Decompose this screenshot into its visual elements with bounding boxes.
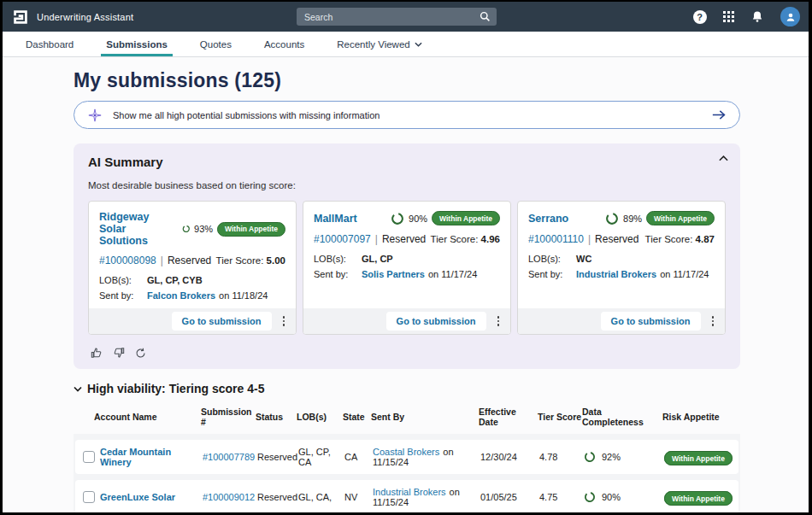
column-header: Status bbox=[256, 412, 297, 422]
screenshot-frame: Underwriting Assistant ? bbox=[0, 0, 812, 515]
search-input[interactable] bbox=[297, 12, 480, 22]
column-header: Submission # bbox=[201, 407, 256, 427]
broker-link[interactable]: Industrial Brokers bbox=[373, 487, 446, 497]
account-link[interactable]: GreenLuxe Solar bbox=[100, 492, 175, 502]
completeness-percent: 92% bbox=[602, 452, 621, 462]
tab-accounts[interactable]: Accounts bbox=[264, 32, 304, 56]
risk-appetite-badge: Within Appetite bbox=[432, 211, 500, 225]
lob-value: GL, CP bbox=[362, 254, 393, 264]
tier-score-value: 4.96 bbox=[481, 234, 500, 244]
search-icon[interactable] bbox=[480, 11, 491, 22]
completeness-ring-icon bbox=[583, 450, 597, 465]
kebab-menu-icon[interactable] bbox=[279, 314, 289, 328]
completeness-percent: 90% bbox=[409, 214, 427, 224]
lob-label: LOB(s): bbox=[314, 254, 362, 264]
app-launcher-grid-icon[interactable] bbox=[723, 11, 735, 23]
effective-date: 12/30/24 bbox=[480, 452, 539, 462]
go-to-submission-button[interactable]: Go to submission bbox=[601, 312, 701, 331]
submission-number-link[interactable]: #100001110 bbox=[528, 233, 584, 245]
sent-date: on 11/17/24 bbox=[428, 269, 477, 279]
lob-label: LOB(s): bbox=[99, 275, 147, 285]
ai-prompt-bar[interactable]: Show me all high potential submissions w… bbox=[74, 101, 740, 129]
column-header: Account Name bbox=[81, 412, 201, 422]
guidewire-logo-icon bbox=[11, 8, 30, 26]
completeness-ring-icon bbox=[583, 490, 597, 505]
person-icon bbox=[785, 11, 797, 23]
broker-link[interactable]: Solis Partners bbox=[362, 269, 425, 279]
submission-number-link[interactable]: #100007789 bbox=[203, 452, 257, 462]
account-link[interactable]: Ridgeway Solar Solutions bbox=[99, 211, 178, 247]
lob-value: GL, CP, CA bbox=[298, 447, 344, 467]
submission-number-link[interactable]: #100009012 bbox=[203, 492, 257, 502]
lob-value: GL, CP, CYB bbox=[147, 275, 203, 285]
app-title: Underwriting Assistant bbox=[37, 12, 133, 22]
completeness-ring-icon bbox=[178, 224, 193, 235]
sent-by-label: Sent by: bbox=[314, 269, 362, 279]
submission-number-link[interactable]: #100008098 bbox=[99, 255, 156, 266]
risk-appetite-badge: Within Appetite bbox=[646, 211, 715, 225]
go-to-submission-button[interactable]: Go to submission bbox=[172, 312, 272, 331]
submission-card: MallMart 90% Within Appetite #100007097 … bbox=[303, 201, 511, 335]
submission-card: Ridgeway Solar Solutions 93% Within Appe… bbox=[88, 201, 297, 335]
effective-date: 01/05/25 bbox=[480, 492, 539, 502]
kebab-menu-icon[interactable] bbox=[494, 314, 503, 328]
account-link[interactable]: MallMart bbox=[314, 213, 357, 225]
table-section-heading[interactable]: High viability: Tiering score 4-5 bbox=[74, 382, 740, 395]
status-text: Reserved bbox=[257, 452, 298, 462]
column-header: Sent By bbox=[371, 412, 479, 422]
completeness-ring-icon bbox=[390, 210, 406, 226]
collapse-chevron-up-icon[interactable] bbox=[719, 155, 728, 161]
top-navbar: Underwriting Assistant ? bbox=[3, 2, 809, 32]
tab-submissions[interactable]: Submissions bbox=[106, 32, 168, 56]
broker-link[interactable]: Coastal Brokers bbox=[373, 447, 439, 457]
table-body: Cedar Mountain Winery #100007789 Reserve… bbox=[74, 434, 740, 512]
sparkle-icon bbox=[87, 108, 103, 123]
table-row[interactable]: Cedar Mountain Winery #100007789 Reserve… bbox=[75, 440, 738, 474]
refresh-icon[interactable] bbox=[135, 348, 146, 359]
kebab-menu-icon[interactable] bbox=[709, 314, 718, 328]
state-value: NV bbox=[344, 492, 373, 502]
column-header: Risk Appetite bbox=[662, 412, 740, 422]
status-text: Reserved bbox=[168, 255, 211, 266]
completeness-ring-icon bbox=[604, 210, 621, 226]
account-link[interactable]: Serrano bbox=[528, 213, 568, 225]
broker-link[interactable]: Falcon Brokers bbox=[147, 290, 215, 301]
status-text: Reserved bbox=[595, 233, 638, 245]
page-title: My submissions (125) bbox=[74, 69, 740, 92]
broker-link[interactable]: Industrial Brokers bbox=[576, 269, 656, 279]
section-chevron-down-icon bbox=[74, 386, 82, 392]
help-icon[interactable]: ? bbox=[693, 10, 707, 24]
tab-recently-viewed[interactable]: Recently Viewed bbox=[337, 32, 421, 56]
ai-summary-cards: Ridgeway Solar Solutions 93% Within Appe… bbox=[88, 201, 726, 335]
thumbs-down-icon[interactable] bbox=[113, 347, 125, 359]
status-text: Reserved bbox=[257, 492, 298, 502]
primary-tabs: Dashboard Submissions Quotes Accounts Re… bbox=[3, 32, 809, 57]
table-header-row: Account Name Submission # Status LOB(s) … bbox=[74, 407, 740, 427]
app-window: Underwriting Assistant ? bbox=[3, 2, 809, 512]
table-row[interactable]: GreenLuxe Solar #100009012 Reserved GL, … bbox=[75, 480, 738, 512]
tab-quotes[interactable]: Quotes bbox=[200, 32, 232, 56]
arrow-right-icon[interactable] bbox=[712, 109, 727, 120]
row-checkbox[interactable] bbox=[83, 491, 95, 503]
ai-summary-panel: AI Summary Most desirable business based… bbox=[74, 143, 740, 369]
user-avatar[interactable] bbox=[780, 7, 800, 26]
ai-prompt-text: Show me all high potential submissions w… bbox=[113, 110, 380, 120]
go-to-submission-button[interactable]: Go to submission bbox=[386, 312, 486, 331]
separator: | bbox=[588, 233, 591, 245]
global-search[interactable] bbox=[297, 8, 497, 26]
tier-score-label: Tier Score: bbox=[645, 234, 693, 244]
row-checkbox[interactable] bbox=[83, 451, 95, 463]
ai-summary-title: AI Summary bbox=[88, 155, 726, 169]
submission-number-link[interactable]: #100007097 bbox=[314, 233, 371, 245]
table-section-title: High viability: Tiering score 4-5 bbox=[87, 382, 264, 395]
notifications-bell-icon[interactable] bbox=[750, 9, 764, 24]
thumbs-up-icon[interactable] bbox=[91, 347, 103, 359]
sent-date: on 11/17/24 bbox=[660, 269, 709, 279]
tab-dashboard[interactable]: Dashboard bbox=[26, 32, 74, 56]
risk-appetite-badge: Within Appetite bbox=[664, 491, 733, 506]
account-link[interactable]: Cedar Mountain Winery bbox=[100, 447, 203, 467]
risk-appetite-badge: Within Appetite bbox=[217, 222, 285, 237]
separator: | bbox=[161, 255, 163, 266]
sent-date: on 11/18/24 bbox=[219, 290, 268, 301]
column-header: Effective Date bbox=[479, 407, 538, 427]
